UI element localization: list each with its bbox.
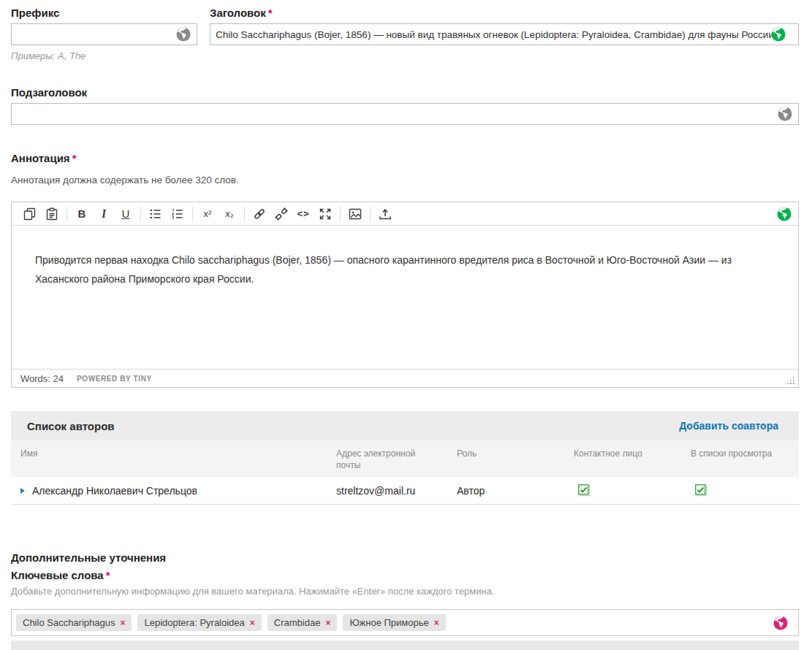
editor-toolbar: B I U x² x₂ <> (12, 202, 798, 226)
keyword-tag: Crambidae× (267, 614, 338, 631)
keywords-label: Ключевые слова* (11, 568, 799, 583)
add-coauthor-link[interactable]: Добавить соавтора (679, 420, 778, 432)
subtitle-label: Подзаголовок (11, 85, 799, 100)
title-label: Заголовок* (210, 6, 799, 20)
editor-statusbar: Words: 24 POWERED BY TINY (12, 369, 798, 387)
keyword-tag: Lepidoptera: Pyraloidea× (137, 614, 261, 631)
subscript-icon[interactable]: x₂ (220, 205, 239, 223)
title-input[interactable] (210, 23, 799, 45)
toolbar-separator (67, 207, 67, 221)
author-email: streltzov@mail.ru (336, 485, 457, 497)
column-header-contact: Контактное лицо (574, 448, 691, 459)
prefix-label: Префикс (11, 6, 197, 20)
superscript-icon[interactable]: x² (198, 205, 217, 223)
next-section-edge (11, 641, 799, 650)
copy-icon[interactable] (20, 205, 39, 223)
unlink-icon[interactable] (272, 205, 291, 223)
browse-checkbox-checked[interactable] (695, 484, 706, 495)
multilingual-globe-icon[interactable] (777, 207, 792, 221)
keyword-tag-label: Южное Приморье (349, 617, 428, 628)
keyword-tag-label: Lepidoptera: Pyraloidea (144, 617, 244, 628)
italic-icon[interactable]: I (94, 205, 113, 223)
numbered-list-icon[interactable] (168, 205, 187, 223)
contact-checkbox-checked[interactable] (578, 484, 589, 495)
link-icon[interactable] (250, 205, 269, 223)
multilingual-globe-icon[interactable] (778, 107, 792, 121)
keyword-tag: Chilo Sacchariphagus× (16, 614, 132, 631)
upload-icon[interactable] (376, 205, 395, 223)
column-header-name: Имя (11, 448, 336, 459)
author-name: Александр Николаевич Стрельцов (32, 485, 197, 497)
keyword-tag-label: Chilo Sacchariphagus (23, 617, 115, 628)
column-header-browse: В списки просмотра (691, 448, 799, 459)
required-asterisk: * (72, 152, 77, 164)
authors-panel-header: Список авторов Добавить соавтора (11, 411, 799, 440)
column-header-email: Адрес электронной почты (336, 448, 457, 471)
keyword-tag: Южное Приморье× (343, 614, 445, 631)
source-code-icon[interactable]: <> (294, 205, 313, 223)
abstract-content[interactable]: Приводится первая находка Chilo sacchari… (12, 226, 798, 369)
rich-text-editor: B I U x² x₂ <> (11, 202, 799, 388)
paste-icon[interactable] (42, 205, 61, 223)
authors-title: Список авторов (27, 420, 115, 432)
required-asterisk: * (268, 7, 273, 19)
multilingual-globe-icon[interactable] (176, 27, 191, 42)
resize-grip-icon[interactable] (786, 375, 796, 386)
toolbar-separator (370, 207, 371, 221)
word-count: Words: 24 (20, 373, 64, 384)
toolbar-separator (244, 207, 245, 221)
submission-metadata-form: Префикс Примеры: A, The Заголовок* Подза… (0, 0, 812, 650)
keyword-tag-label: Crambidae (274, 617, 321, 628)
fullscreen-icon[interactable] (316, 205, 335, 223)
underline-icon[interactable]: U (116, 205, 135, 223)
multilingual-globe-icon[interactable] (773, 616, 788, 630)
required-asterisk: * (106, 569, 110, 581)
additional-refinements-heading: Дополнительные уточнения (11, 551, 799, 564)
prefix-help: Примеры: A, The (11, 50, 197, 61)
authors-column-headers: Имя Адрес электронной почты Роль Контакт… (11, 440, 799, 477)
keywords-help: Добавьте дополнительную информацию для в… (11, 586, 799, 597)
toolbar-separator (192, 207, 193, 221)
image-icon[interactable] (346, 205, 365, 223)
bullet-list-icon[interactable] (146, 205, 165, 223)
abstract-help: Аннотация должна содержать не более 320 … (11, 175, 799, 186)
expand-row-icon[interactable] (20, 488, 25, 494)
remove-keyword-icon[interactable]: × (120, 618, 125, 628)
remove-keyword-icon[interactable]: × (325, 618, 330, 628)
keywords-tag-input[interactable]: Chilo Sacchariphagus× Lepidoptera: Pyral… (11, 609, 799, 636)
authors-panel: Список авторов Добавить соавтора Имя Адр… (11, 411, 799, 505)
prefix-input[interactable] (11, 23, 197, 45)
remove-keyword-icon[interactable]: × (250, 618, 255, 628)
abstract-label: Аннотация* (11, 151, 799, 166)
toolbar-separator (140, 207, 141, 221)
multilingual-globe-icon[interactable] (771, 27, 786, 42)
toolbar-separator (340, 207, 341, 221)
remove-keyword-icon[interactable]: × (434, 618, 439, 628)
author-role: Автор (457, 485, 574, 497)
additional-refinements-section: Дополнительные уточнения Ключевые слова*… (11, 551, 799, 650)
powered-by-tiny: POWERED BY TINY (77, 375, 152, 383)
column-header-role: Роль (457, 448, 574, 459)
bold-icon[interactable]: B (72, 205, 91, 223)
author-row: Александр Николаевич Стрельцов streltzov… (11, 477, 799, 505)
subtitle-input[interactable] (11, 103, 799, 125)
